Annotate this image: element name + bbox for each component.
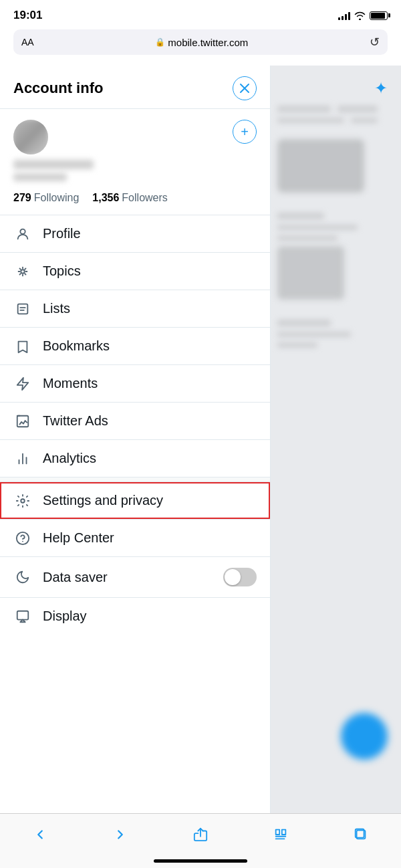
menu-item-analytics[interactable]: Analytics — [0, 440, 270, 477]
browser-url-text: mobile.twitter.com — [168, 37, 248, 48]
svg-rect-16 — [17, 611, 29, 619]
moments-label: Moments — [43, 376, 98, 391]
status-bar: 19:01 — [0, 0, 401, 29]
home-indicator — [154, 859, 247, 863]
left-panel: Account info + 279 Following — [0, 66, 271, 813]
data-saver-label: Data saver — [43, 570, 108, 585]
menu-item-data-saver[interactable]: Data saver — [0, 557, 270, 597]
following-count: 279 — [13, 192, 31, 204]
moon-icon — [13, 570, 32, 584]
menu-item-profile[interactable]: Profile — [0, 215, 270, 252]
help-center-label: Help Center — [43, 530, 114, 546]
section-divider — [0, 477, 270, 482]
help-icon — [13, 531, 32, 546]
sparkle-icon[interactable]: ✦ — [374, 79, 388, 98]
browser-share-button[interactable] — [184, 820, 217, 849]
followers-label: Followers — [122, 192, 167, 204]
gear-icon — [13, 494, 32, 508]
browser-back-button[interactable] — [24, 820, 56, 849]
stats-row: 279 Following 1,356 Followers — [0, 192, 270, 215]
menu-item-topics[interactable]: Topics — [0, 253, 270, 290]
display-icon — [13, 609, 32, 624]
topics-icon — [13, 264, 32, 279]
svg-point-2 — [20, 229, 25, 233]
user-handle — [13, 173, 67, 181]
browser-aa-button[interactable]: AA — [21, 37, 34, 47]
svg-marker-7 — [17, 377, 29, 389]
menu-item-help-center[interactable]: Help Center — [0, 520, 270, 556]
lists-label: Lists — [43, 301, 70, 316]
bolt-icon — [13, 376, 32, 391]
bookmarks-label: Bookmarks — [43, 338, 110, 354]
menu-item-moments[interactable]: Moments — [0, 365, 270, 402]
topics-label: Topics — [43, 263, 81, 279]
browser-forward-button[interactable] — [104, 820, 136, 849]
followers-count: 1,356 — [92, 192, 119, 204]
browser-url-bar[interactable]: AA 🔒 mobile.twitter.com ↺ — [0, 29, 401, 66]
menu-item-settings-privacy[interactable]: Settings and privacy — [0, 482, 270, 519]
browser-bookmarks-button[interactable] — [265, 820, 297, 849]
settings-privacy-label: Settings and privacy — [43, 493, 163, 508]
browser-url-container[interactable]: 🔒 mobile.twitter.com — [42, 37, 362, 48]
main-container: Account info + 279 Following — [0, 66, 401, 813]
blue-circle-decoration — [341, 713, 388, 760]
svg-point-3 — [21, 269, 25, 274]
signal-icon — [338, 11, 350, 20]
bookmark-icon — [13, 339, 32, 354]
menu-item-lists[interactable]: Lists — [0, 290, 270, 327]
status-icons — [338, 11, 388, 20]
status-time: 19:01 — [13, 9, 42, 22]
following-label: Following — [34, 192, 80, 204]
lists-icon — [13, 302, 32, 316]
person-icon — [13, 227, 32, 241]
account-title: Account info — [13, 80, 103, 97]
reload-button[interactable]: ↺ — [370, 35, 380, 49]
avatar-row: + — [13, 120, 257, 154]
menu-item-bookmarks[interactable]: Bookmarks — [0, 328, 270, 364]
menu-item-display[interactable]: Display — [0, 598, 270, 635]
analytics-label: Analytics — [43, 451, 96, 466]
wifi-icon — [354, 11, 366, 20]
lock-icon: 🔒 — [155, 37, 165, 47]
followers-stat[interactable]: 1,356 Followers — [92, 192, 168, 204]
battery-icon — [370, 11, 388, 20]
right-panel: ✦ — [271, 66, 401, 813]
account-header: Account info — [0, 66, 270, 109]
twitter-ads-label: Twitter Ads — [43, 413, 108, 429]
data-saver-toggle[interactable] — [223, 568, 257, 586]
avatar[interactable] — [13, 120, 48, 154]
display-label: Display — [43, 609, 87, 624]
ads-icon — [13, 414, 32, 429]
svg-point-13 — [21, 499, 25, 503]
browser-tabs-button[interactable] — [345, 820, 377, 849]
profile-label: Profile — [43, 226, 81, 241]
following-stat[interactable]: 279 Following — [13, 192, 79, 204]
close-button[interactable] — [233, 76, 257, 100]
analytics-icon — [13, 451, 32, 466]
user-info: + — [0, 109, 270, 192]
svg-rect-4 — [18, 304, 28, 314]
add-account-button[interactable]: + — [233, 120, 257, 144]
menu-item-twitter-ads[interactable]: Twitter Ads — [0, 403, 270, 439]
user-name — [13, 160, 94, 169]
